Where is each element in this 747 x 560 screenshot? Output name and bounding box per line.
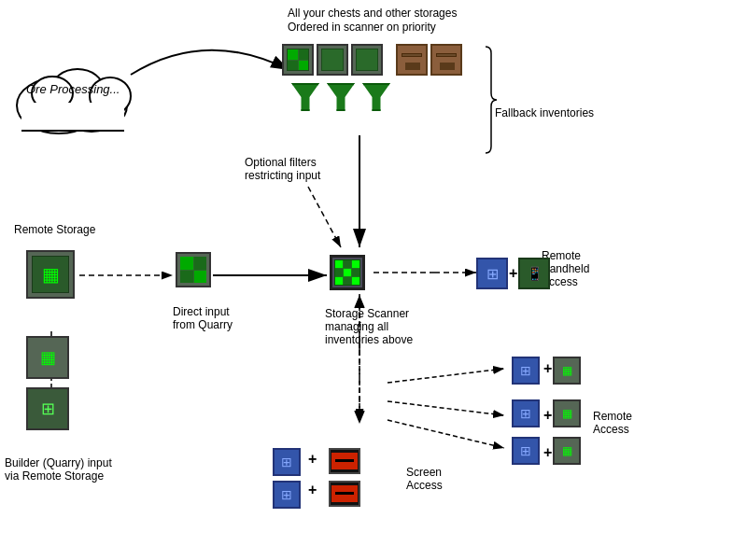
svg-text:Optional filters: Optional filters xyxy=(245,156,317,169)
svg-text:+: + xyxy=(543,360,552,376)
handheld-grid-icon: ⊞ xyxy=(476,258,508,289)
svg-text:+: + xyxy=(543,444,552,460)
remote-storage-icon-2: ▦ xyxy=(26,336,69,379)
svg-text:+: + xyxy=(509,265,517,281)
filter-icon-3 xyxy=(362,83,390,111)
svg-point-3 xyxy=(32,77,73,110)
scanner-icon-1 xyxy=(282,44,314,76)
svg-text:restricting input: restricting input xyxy=(245,169,321,182)
svg-text:+: + xyxy=(308,482,317,497)
svg-text:inventories above: inventories above xyxy=(325,333,413,346)
remote-access-device-1: ▦ xyxy=(553,357,581,385)
svg-text:+: + xyxy=(308,451,317,467)
svg-text:Ordered in scanner on priority: Ordered in scanner on priority xyxy=(288,21,436,34)
svg-text:Access: Access xyxy=(406,479,443,492)
chest-icon-1 xyxy=(396,44,428,76)
quarry-direct-icon xyxy=(176,252,211,287)
filter-icon-2 xyxy=(327,83,355,111)
remote-access-device-3: ▦ xyxy=(553,437,581,465)
svg-text:All your chests and other stor: All your chests and other storages xyxy=(288,7,457,20)
remote-access-grid-1: ⊞ xyxy=(512,357,540,385)
svg-text:Direct input: Direct input xyxy=(173,305,230,318)
svg-point-4 xyxy=(90,77,131,115)
svg-text:via Remote Storage: via Remote Storage xyxy=(5,469,104,483)
scanner-icon-3 xyxy=(351,44,383,76)
svg-text:Remote Storage: Remote Storage xyxy=(14,223,96,236)
svg-text:Fallback inventories: Fallback inventories xyxy=(495,106,594,119)
svg-point-1 xyxy=(56,79,127,132)
svg-text:Ore Processing...: Ore Processing... xyxy=(26,82,120,96)
remote-access-grid-3: ⊞ xyxy=(512,437,540,465)
scanner-icon-2 xyxy=(317,44,348,76)
svg-text:+: + xyxy=(543,407,552,423)
chest-icon-2 xyxy=(430,44,462,76)
screen-access-grid-2: ⊞ xyxy=(273,481,301,509)
svg-text:Screen: Screen xyxy=(406,466,442,479)
svg-rect-5 xyxy=(21,103,124,131)
remote-access-grid-2: ⊞ xyxy=(512,399,540,427)
svg-text:Remote: Remote xyxy=(593,410,632,423)
svg-line-34 xyxy=(388,420,504,448)
remote-storage-icon-3: ⊞ xyxy=(26,387,69,430)
svg-line-33 xyxy=(388,401,504,415)
svg-text:Builder (Quarry) input: Builder (Quarry) input xyxy=(5,456,112,469)
remote-access-device-2: ▦ xyxy=(553,399,581,427)
storage-scanner-icon xyxy=(330,255,365,290)
handheld-device-icon: 📱 xyxy=(518,258,550,289)
svg-text:Access: Access xyxy=(593,423,629,436)
screen-access-grid-1: ⊞ xyxy=(273,448,301,476)
remote-storage-icon: ▦ xyxy=(26,250,75,299)
svg-line-32 xyxy=(388,369,504,383)
filter-icon-1 xyxy=(291,83,319,111)
svg-line-13 xyxy=(308,187,341,247)
svg-text:managing all: managing all xyxy=(325,320,388,333)
svg-text:from Quarry: from Quarry xyxy=(173,318,233,331)
screen-access-device-1 xyxy=(329,448,360,474)
svg-point-0 xyxy=(17,77,101,133)
svg-point-2 xyxy=(51,69,104,110)
screen-access-device-2 xyxy=(329,481,360,507)
svg-text:Storage Scanner: Storage Scanner xyxy=(325,307,409,320)
